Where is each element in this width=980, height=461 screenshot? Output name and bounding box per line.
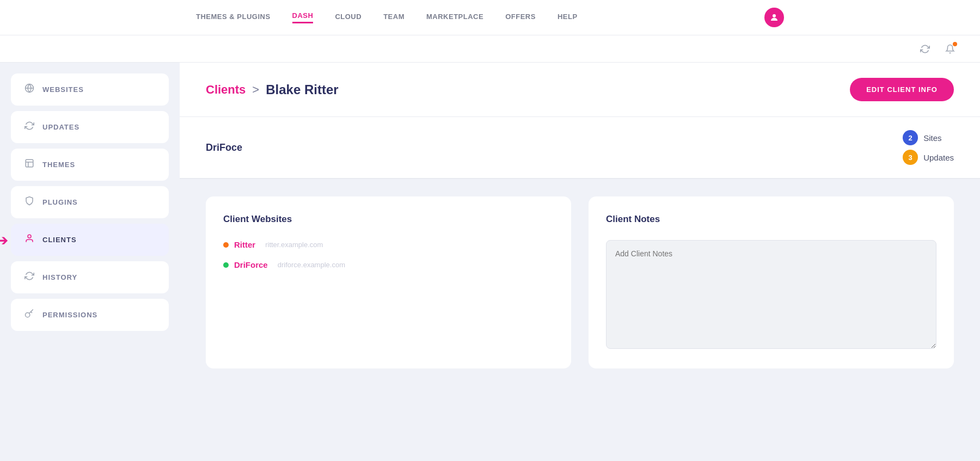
nav-links: THEMES & PLUGINS DASH CLOUD TEAM MARKETP… [196,11,764,23]
stats-badges: 2 Sites 3 Updates [903,130,954,165]
website-item-ritter: Ritter ritter.example.com [223,240,554,249]
sidebar-item-themes-label: THEMES [42,161,75,169]
updates-count-badge: 3 [903,150,918,165]
ritter-website-url: ritter.example.com [265,241,323,249]
stats-row: DriFoce 2 Sites 3 Updates [180,117,980,179]
client-websites-title: Client Websites [223,214,554,225]
top-navigation: THEMES & PLUGINS DASH CLOUD TEAM MARKETP… [0,0,980,35]
sub-header-icons [917,41,958,57]
sidebar-item-clients[interactable]: ➔ CLIENTS [11,224,169,256]
sidebar-item-updates[interactable]: UPDATES [11,111,169,143]
ritter-website-link[interactable]: Ritter [234,240,255,249]
sidebar-item-themes[interactable]: THEMES [11,149,169,181]
client-websites-card: Client Websites Ritter ritter.example.co… [206,196,571,368]
breadcrumb-clients-link[interactable]: Clients [206,83,246,97]
sidebar-item-plugins-label: PLUGINS [42,198,78,206]
ritter-status-dot [223,242,229,248]
svg-point-6 [28,235,31,238]
edit-client-info-button[interactable]: EDIT CLIENT INFO [850,78,954,101]
breadcrumb-separator: > [252,83,259,97]
active-arrow-indicator: ➔ [0,231,8,249]
company-name: DriFoce [206,142,242,153]
nav-help[interactable]: HELP [558,13,578,23]
client-notes-card: Client Notes [589,196,954,368]
sidebar-item-history-label: HISTORY [42,273,77,281]
breadcrumb-header: Clients > Blake Ritter EDIT CLIENT INFO [180,63,980,117]
driforce-status-dot [223,262,229,268]
sites-badge: 2 Sites [903,130,941,145]
notification-button[interactable] [942,41,958,57]
sidebar-item-websites[interactable]: WEBSITES [11,73,169,106]
nav-right [764,8,784,27]
refresh-button[interactable] [917,41,933,57]
client-notes-title: Client Notes [606,214,936,225]
svg-point-7 [26,313,30,317]
nav-themes-plugins[interactable]: THEMES & PLUGINS [196,13,271,23]
shield-icon [24,196,35,208]
sidebar-item-plugins[interactable]: PLUGINS [11,186,169,218]
sidebar-item-websites-label: WEBSITES [42,85,84,94]
sites-label: Sites [923,133,941,143]
breadcrumb-current-page: Blake Ritter [266,82,338,97]
updates-badge: 3 Updates [903,150,954,165]
globe-icon [24,83,35,96]
person-icon [24,233,35,246]
sub-header [0,35,980,63]
notification-dot [953,42,957,46]
nav-dash[interactable]: DASH [292,11,314,23]
sites-count-badge: 2 [903,130,918,145]
svg-point-0 [773,14,776,17]
main-layout: WEBSITES UPDATES THEMES [0,63,980,461]
content-area: Clients > Blake Ritter EDIT CLIENT INFO … [180,63,980,461]
website-item-driforce: DriForce driforce.example.com [223,260,554,269]
nav-offers[interactable]: OFFERS [505,13,536,23]
sidebar-item-permissions[interactable]: PERMISSIONS [11,299,169,331]
sidebar: WEBSITES UPDATES THEMES [0,63,180,461]
sidebar-item-history[interactable]: HISTORY [11,261,169,293]
nav-team[interactable]: TEAM [383,13,405,23]
breadcrumb: Clients > Blake Ritter [206,82,339,97]
updates-label: Updates [923,153,954,162]
user-avatar[interactable] [764,8,784,27]
history-icon [24,271,35,284]
nav-cloud[interactable]: CLOUD [335,13,362,23]
refresh-icon [24,121,35,133]
driforce-website-url: driforce.example.com [278,261,345,269]
cards-section: Client Websites Ritter ritter.example.co… [180,179,980,386]
driforce-website-link[interactable]: DriForce [234,260,268,269]
key-icon [24,309,35,321]
sidebar-item-permissions-label: PERMISSIONS [42,311,97,319]
layout-icon [24,158,35,171]
sidebar-item-updates-label: UPDATES [42,123,79,131]
svg-rect-3 [26,159,33,167]
nav-marketplace[interactable]: MARKETPLACE [426,13,483,23]
client-notes-textarea[interactable] [606,240,936,349]
sidebar-item-clients-label: CLIENTS [42,236,77,244]
